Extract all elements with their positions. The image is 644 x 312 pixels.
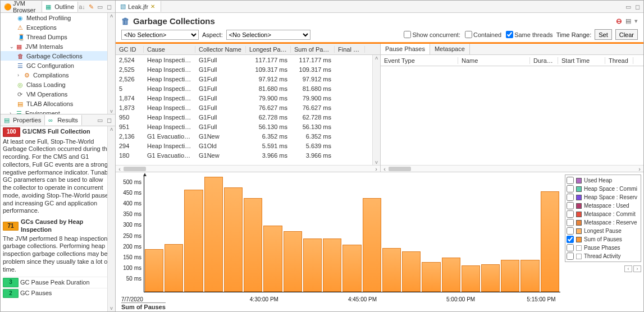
legend-item[interactable]: Pause Phases	[567, 244, 640, 252]
scroll-thumb[interactable]	[389, 167, 411, 171]
chart-bar[interactable]	[224, 187, 243, 292]
result-pause-peak[interactable]: 3 GC Pause Peak Duration+	[3, 277, 113, 288]
outline-maximize-icon[interactable]: ◻	[105, 3, 113, 10]
tree-thread-dumps[interactable]: 🧵Thread Dumps	[1, 32, 115, 42]
outline-tool-2[interactable]: ✎	[87, 3, 95, 10]
chart-bar[interactable]	[481, 264, 500, 292]
error-icon[interactable]: ⊖	[616, 17, 622, 25]
scroll-up-icon[interactable]: ʌ	[110, 126, 113, 132]
table-row[interactable]: 5Heap Inspectio...G1Full81.680 ms81.680 …	[116, 84, 380, 93]
legend-checkbox[interactable]	[567, 185, 574, 192]
table-row[interactable]: 950Heap Inspectio...G1Full62.728 ms62.72…	[116, 112, 380, 122]
selection-dropdown[interactable]: <No Selection>	[121, 30, 199, 40]
contained-checkbox[interactable]	[465, 31, 472, 38]
col-event-type[interactable]: Event Type	[381, 57, 458, 64]
subtable-hscroll[interactable]: ‹›	[381, 165, 643, 172]
scroll-right-icon[interactable]: ›	[636, 166, 643, 172]
tree-tlab-allocations[interactable]: ▤TLAB Allocations	[1, 99, 115, 108]
expand-icon[interactable]: ⌄	[10, 44, 16, 49]
col-sum-pauses[interactable]: Sum of Pauses	[291, 46, 335, 53]
toggle-view-icon[interactable]: ▤	[625, 17, 631, 25]
scroll-left-icon[interactable]: ‹	[116, 166, 124, 172]
expand-icon[interactable]: ›	[10, 111, 16, 114]
expand-icon[interactable]: ›	[17, 72, 24, 78]
legend-item[interactable]: Sum of Pauses	[567, 235, 640, 244]
table-row[interactable]: 2,526Heap Inspectio...G1Full97.912 ms97.…	[116, 74, 380, 84]
table-row[interactable]: 180G1 Evacuation ...G1New3.966 ms3.966 m…	[116, 150, 380, 160]
scroll-right-icon[interactable]: ›	[372, 166, 380, 172]
results-maximize-icon[interactable]: ◻	[105, 117, 113, 123]
pause-phases-tab[interactable]: Pause Phases	[381, 44, 430, 54]
chart-bar[interactable]	[541, 191, 559, 292]
tree-jvm-internals[interactable]: ⌄▦JVM Internals	[1, 42, 115, 51]
legend-item[interactable]: Heap Space : Commi	[567, 185, 640, 193]
editor-tab-leak[interactable]: ▧ Leak.jfr ✕	[116, 1, 161, 12]
table-row[interactable]: 2,136G1 Evacuation ...G1New6.352 ms6.352…	[116, 131, 380, 141]
legend-checkbox[interactable]	[567, 236, 574, 243]
scroll-up-icon[interactable]: ʌ	[110, 13, 113, 19]
outline-tool-1[interactable]: a↓	[78, 3, 86, 10]
same-threads-checkbox[interactable]	[506, 31, 513, 38]
legend-checkbox[interactable]	[567, 244, 574, 251]
legend-item[interactable]: Heap Space : Reserv	[567, 193, 640, 201]
set-button[interactable]: Set	[595, 29, 612, 40]
table-row[interactable]: 1,874Heap Inspectio...G1Full79.900 ms79.…	[116, 93, 380, 103]
results-minimize-icon[interactable]: ▭	[96, 117, 104, 123]
tree-scrollbar[interactable]: ʌv	[107, 13, 115, 114]
editor-maximize-icon[interactable]: ◻	[633, 3, 641, 10]
table-row[interactable]: 2,524Heap Inspectio...G1Full117.177 ms11…	[116, 55, 380, 65]
chart-bar[interactable]	[204, 177, 223, 292]
chart-bar[interactable]	[165, 244, 183, 292]
tree-garbage-collections[interactable]: 🗑Garbage Collections	[1, 51, 115, 61]
chart-bar[interactable]	[422, 262, 440, 292]
tree-exceptions[interactable]: ⚠Exceptions	[1, 22, 115, 32]
scroll-thumb[interactable]	[124, 167, 146, 171]
legend-scroll-right-icon[interactable]: ›	[633, 265, 641, 272]
tree-environment[interactable]: ›☰Environment	[1, 108, 115, 114]
col-collector[interactable]: Collector Name	[195, 46, 246, 53]
legend-scroll-left-icon[interactable]: ‹	[624, 265, 632, 272]
chart-bar[interactable]	[342, 245, 361, 292]
legend-item[interactable]: Longest Pause	[567, 227, 640, 235]
view-menu-icon[interactable]: ▾	[634, 17, 638, 25]
tree-class-loading[interactable]: ◎Class Loading	[1, 80, 115, 89]
col-cause[interactable]: Cause	[144, 46, 195, 53]
chart-bar[interactable]	[501, 260, 519, 292]
outline-minimize-icon[interactable]: ▭	[96, 3, 104, 10]
results-tab[interactable]: ∞Results	[45, 115, 82, 125]
chart-bar[interactable]	[462, 265, 480, 292]
col-start-time[interactable]: Start Time	[558, 57, 605, 64]
result-gc-pauses[interactable]: 2 GC Pauses+	[3, 288, 113, 299]
col-name[interactable]: Name	[458, 57, 530, 64]
gc-table[interactable]: GC ID Cause Collector Name Longest Pau..…	[116, 44, 380, 172]
editor-minimize-icon[interactable]: ▭	[624, 3, 632, 10]
scroll-down-icon[interactable]: v	[110, 108, 113, 114]
chart-bar[interactable]	[244, 198, 262, 292]
col-longest-pause[interactable]: Longest Pau...	[246, 46, 291, 53]
table-row[interactable]: 294Heap Inspectio...G1Old5.591 ms5.639 m…	[116, 141, 380, 150]
col-final-ref[interactable]: Final Refe	[335, 46, 365, 53]
col-duration[interactable]: Duration	[530, 57, 558, 64]
aspect-dropdown[interactable]: <No Selection>	[226, 30, 310, 40]
chart-bar[interactable]	[303, 238, 322, 292]
legend-checkbox[interactable]	[567, 219, 574, 226]
legend-checkbox[interactable]	[567, 202, 574, 209]
sum-of-pauses-chart[interactable]: 50 ms100 ms150 ms200 ms250 ms300 ms350 m…	[116, 172, 563, 311]
legend-checkbox[interactable]	[567, 210, 574, 218]
chart-bar[interactable]	[145, 249, 163, 292]
chart-bar[interactable]	[263, 226, 282, 292]
chart-bar[interactable]	[442, 258, 460, 292]
scroll-down-icon[interactable]: v	[110, 305, 113, 311]
legend-item[interactable]: Metaspace : Used	[567, 201, 640, 210]
outline-tab[interactable]: ▦ Outline	[42, 2, 78, 12]
table-vscroll[interactable]: ʌv	[372, 55, 380, 165]
table-hscroll[interactable]: ‹›	[116, 165, 380, 172]
chart-bar[interactable]	[184, 190, 203, 292]
chart-bar[interactable]	[284, 231, 302, 292]
clear-button[interactable]: Clear	[615, 29, 638, 40]
legend-item[interactable]: Used Heap	[567, 176, 640, 185]
result-heap-inspection[interactable]: 71GCs Caused by Heap Inspection The JVM …	[3, 218, 113, 273]
table-row[interactable]: 951Heap Inspectio...G1Full56.130 ms56.13…	[116, 122, 380, 131]
properties-tab[interactable]: ▤Properties	[1, 115, 45, 125]
results-scrollbar[interactable]: ʌv	[107, 126, 115, 311]
